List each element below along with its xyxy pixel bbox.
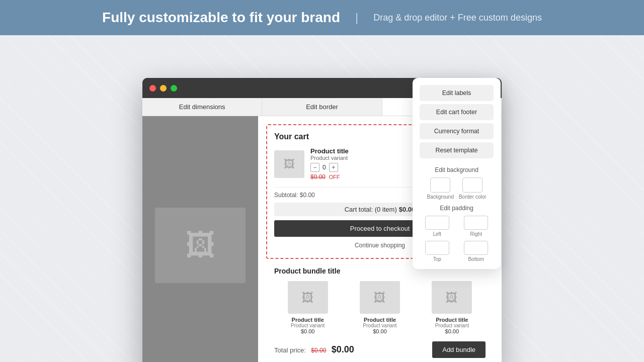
reset-template-button[interactable]: Reset template bbox=[420, 142, 494, 158]
padding-left-item: Left bbox=[420, 216, 455, 237]
bundle-product-1: 🖼 Product title Product variant $0.00 bbox=[274, 281, 341, 334]
qty-increase-btn[interactable]: + bbox=[329, 163, 338, 172]
padding-left-label: Left bbox=[420, 231, 455, 237]
background-color-swatch[interactable] bbox=[430, 177, 450, 193]
bundle-img-icon-3: 🖼 bbox=[446, 291, 458, 305]
bundle-product-price-1: $0.00 bbox=[274, 328, 341, 334]
right-panel: Edit labels Edit cart footer Currency fo… bbox=[413, 78, 501, 269]
bundle-img-2: 🖼 bbox=[360, 281, 400, 314]
close-dot[interactable] bbox=[149, 85, 156, 92]
bundle-img-icon-2: 🖼 bbox=[374, 291, 386, 305]
bundle-footer: Total price: $0.00 $0.00 Add bundle bbox=[274, 341, 486, 358]
minimize-dot[interactable] bbox=[160, 85, 167, 92]
padding-right-item: Right bbox=[459, 216, 494, 237]
header-subtitle: Drag & drop editor + Free custom designs bbox=[373, 13, 542, 23]
bundle-products: 🖼 Product title Product variant $0.00 🖼 … bbox=[274, 281, 486, 334]
bundle-product-price-2: $0.00 bbox=[346, 328, 413, 334]
bundle-img-icon-1: 🖼 bbox=[302, 291, 314, 305]
bundle-product-title-3: Product title bbox=[419, 317, 486, 323]
edit-cart-footer-button[interactable]: Edit cart footer bbox=[420, 104, 494, 120]
padding-section-label: Edit padding bbox=[420, 205, 494, 212]
border-color-item: Border color bbox=[459, 177, 486, 200]
left-sidebar: 🖼 bbox=[142, 116, 258, 362]
bundle-product-variant-1: Product variant bbox=[274, 323, 341, 328]
padding-right-label: Right bbox=[459, 231, 494, 237]
padding-top-label: Top bbox=[420, 256, 455, 262]
subtotal-label: Subtotal: $0.00 bbox=[274, 192, 315, 199]
item-image-icon: 🖼 bbox=[284, 158, 295, 171]
tab-edit-dimensions[interactable]: Edit dimensions bbox=[142, 98, 262, 116]
bundle-product-title-1: Product title bbox=[274, 317, 341, 323]
item-image: 🖼 bbox=[274, 150, 304, 178]
edit-labels-button[interactable]: Edit labels bbox=[420, 85, 494, 101]
padding-left-input[interactable] bbox=[425, 216, 449, 230]
bundle-product-title-2: Product title bbox=[346, 317, 413, 323]
maximize-dot[interactable] bbox=[171, 85, 177, 92]
qty-value: 0 bbox=[323, 164, 326, 171]
bundle-price: $0.00 bbox=[332, 344, 354, 354]
bundle-product-variant-2: Product variant bbox=[346, 323, 413, 328]
bundle-total-area: Total price: $0.00 $0.00 bbox=[274, 344, 354, 355]
header-title: Fully customizable to fit your brand bbox=[102, 10, 340, 26]
bundle-product-price-3: $0.00 bbox=[419, 328, 486, 334]
padding-right-input[interactable] bbox=[464, 216, 488, 230]
tab-edit-border[interactable]: Edit border bbox=[262, 98, 382, 116]
color-row: Background Border color bbox=[420, 177, 494, 200]
padding-top-item: Top bbox=[420, 241, 455, 262]
header-divider: | bbox=[355, 11, 358, 25]
bundle-product-3: 🖼 Product title Product variant $0.00 bbox=[419, 281, 486, 334]
bundle-product-variant-3: Product variant bbox=[419, 323, 486, 328]
background-color-item: Background bbox=[427, 177, 454, 200]
bundle-img-3: 🖼 bbox=[432, 281, 472, 314]
background-color-label: Background bbox=[427, 194, 454, 200]
padding-grid: Left Right Top Bottom bbox=[420, 216, 494, 262]
bundle-product-2: 🖼 Product title Product variant $0.00 bbox=[346, 281, 413, 334]
image-placeholder-large: 🖼 bbox=[155, 208, 246, 283]
qty-decrease-btn[interactable]: − bbox=[310, 163, 319, 172]
add-bundle-button[interactable]: Add bundle bbox=[432, 341, 486, 358]
border-color-label: Border color bbox=[459, 194, 486, 200]
currency-format-button[interactable]: Currency format bbox=[420, 123, 494, 139]
bundle-area: Product bundle title 🖼 Product title Pro… bbox=[266, 267, 494, 362]
image-icon-large: 🖼 bbox=[185, 228, 215, 262]
header-banner: Fully customizable to fit your brand | D… bbox=[0, 0, 644, 35]
padding-top-input[interactable] bbox=[425, 241, 449, 255]
padding-bottom-label: Bottom bbox=[459, 256, 494, 262]
padding-bottom-item: Bottom bbox=[459, 241, 494, 262]
bundle-img-1: 🖼 bbox=[288, 281, 328, 314]
background-section-label: Edit background bbox=[420, 166, 494, 173]
padding-bottom-input[interactable] bbox=[464, 241, 488, 255]
border-color-swatch[interactable] bbox=[462, 177, 482, 193]
